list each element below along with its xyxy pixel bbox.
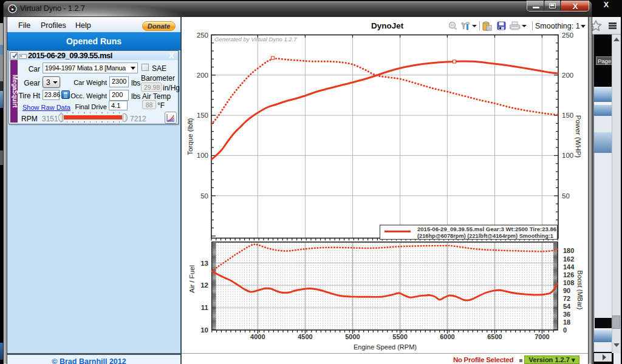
svg-text:250: 250 — [197, 32, 208, 39]
svg-text:54: 54 — [563, 303, 571, 310]
svg-text:200: 200 — [197, 72, 208, 79]
svg-text:50: 50 — [200, 192, 208, 200]
svg-text:2015-06-29_09.39.55.msl Gear:3: 2015-06-29_09.39.55.msl Gear:3 Wt:2500 T… — [417, 226, 556, 232]
svg-text:13: 13 — [200, 260, 208, 267]
svg-text:144: 144 — [563, 263, 575, 271]
svg-text:100: 100 — [197, 152, 208, 159]
svg-text:5500: 5500 — [392, 333, 407, 340]
svg-text:Boost (MBar): Boost (MBar) — [576, 271, 584, 310]
svg-text:108: 108 — [563, 279, 574, 286]
svg-text:162: 162 — [563, 255, 574, 263]
svg-text:Generated by Virtual Dyno 1.2.: Generated by Virtual Dyno 1.2.7 — [214, 36, 297, 42]
svg-text:90: 90 — [563, 287, 570, 294]
svg-text:7000: 7000 — [535, 333, 549, 340]
svg-text:(216hp@6078rpm) (221lbft@4164r: (216hp@6078rpm) (221lbft@4164rpm) Smooth… — [417, 232, 554, 239]
svg-text:6000: 6000 — [440, 333, 454, 340]
svg-text:5000: 5000 — [345, 333, 360, 340]
svg-text:18: 18 — [563, 318, 570, 326]
svg-text:200: 200 — [562, 72, 573, 79]
svg-text:10: 10 — [200, 326, 208, 334]
svg-text:Power (WHP): Power (WHP) — [575, 115, 582, 158]
svg-text:4500: 4500 — [298, 333, 312, 340]
svg-text:100: 100 — [562, 152, 573, 159]
svg-text:4000: 4000 — [250, 333, 265, 340]
svg-text:11: 11 — [201, 304, 209, 311]
svg-text:150: 150 — [562, 112, 573, 119]
svg-text:0: 0 — [563, 326, 567, 334]
svg-text:Engine Speed (RPM): Engine Speed (RPM) — [354, 343, 417, 351]
svg-text:12: 12 — [200, 281, 208, 289]
svg-text:Torque (lbft): Torque (lbft) — [186, 118, 194, 155]
svg-text:50: 50 — [562, 192, 570, 200]
svg-text:72: 72 — [563, 295, 570, 302]
svg-text:Air / Fuel: Air / Fuel — [188, 265, 196, 293]
svg-text:126: 126 — [563, 271, 574, 278]
svg-text:6500: 6500 — [487, 333, 502, 340]
svg-text:250: 250 — [562, 32, 573, 39]
svg-text:150: 150 — [197, 112, 208, 119]
svg-text:36: 36 — [563, 311, 570, 318]
svg-text:180: 180 — [563, 247, 574, 254]
